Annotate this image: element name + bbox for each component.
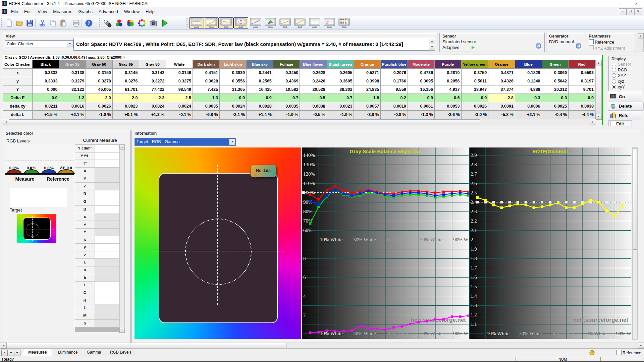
- refs-button[interactable]: Refs: [608, 111, 642, 120]
- toolbar-button-measures-grid[interactable]: [189, 17, 204, 28]
- measure-scrollbar[interactable]: [119, 144, 125, 333]
- tab-scroll-left-icon[interactable]: ◄: [8, 350, 14, 356]
- information-scrollbar[interactable]: [632, 147, 638, 340]
- edit-toggle[interactable]: Edit: [608, 120, 632, 126]
- column-header-moderate[interactable]: Moderate: [408, 60, 434, 69]
- column-header-blue-flower[interactable]: Blue flower: [300, 60, 327, 69]
- toolbar-button-gray-scale-measure[interactable]: [102, 17, 113, 28]
- table-scroll-right-icon[interactable]: ►: [590, 119, 596, 125]
- toolbar-button-save[interactable]: [24, 17, 35, 28]
- radio-icon-xyy[interactable]: [612, 85, 616, 89]
- table-hscroll-thumb[interactable]: [9, 119, 480, 125]
- table-vscroll-thumb[interactable]: [596, 66, 601, 114]
- column-header-dark-skin[interactable]: Dark skin: [193, 60, 219, 69]
- toolbar-button-primaries-measure[interactable]: [113, 17, 124, 28]
- column-header-bluish-green[interactable]: Bluish green: [327, 60, 354, 69]
- mdi-restore-icon[interactable]: ❐: [627, 8, 634, 15]
- reference-toggle[interactable]: Reference: [616, 350, 641, 355]
- chevron-down-icon[interactable]: ▼: [67, 41, 73, 47]
- toolbar-button-run-measures[interactable]: [159, 17, 170, 28]
- radio-rgb[interactable]: RGB: [609, 67, 641, 73]
- mdi-close-icon[interactable]: ×: [634, 8, 642, 15]
- toolbar-button-gamma-graph[interactable]: [219, 17, 233, 28]
- sensor-config-icon[interactable]: [535, 43, 542, 50]
- table-scroll-up-icon[interactable]: ▲: [595, 60, 602, 66]
- tab-close-icon[interactable]: ×: [1, 350, 8, 356]
- menu-item-file[interactable]: File: [8, 7, 21, 15]
- toolbar-button-open[interactable]: [14, 17, 25, 28]
- chevron-down-icon[interactable]: ▼: [229, 139, 235, 145]
- column-header-green[interactable]: Green: [542, 60, 569, 69]
- radio-icon-xyz[interactable]: [612, 73, 616, 78]
- delete-button[interactable]: Delete: [608, 102, 644, 111]
- minimize-icon[interactable]: ─: [598, 0, 613, 7]
- radio-icon-xyz[interactable]: [612, 79, 616, 83]
- column-header-light-skin[interactable]: Light skin: [219, 60, 246, 69]
- tab-gamma[interactable]: Gamma: [82, 349, 106, 356]
- toolbar-button-contrast-graph[interactable]: [292, 17, 307, 28]
- edit-checkbox[interactable]: [610, 121, 615, 126]
- toolbar-button-help[interactable]: ?: [83, 17, 94, 28]
- toolbar-button-paste[interactable]: [58, 17, 69, 28]
- spinner-down-icon[interactable]: ▼: [429, 44, 435, 50]
- menu-item-window[interactable]: Window: [121, 7, 143, 15]
- menu-item-measures[interactable]: Measures: [50, 7, 75, 15]
- column-header-yellow-green[interactable]: Yellow green: [461, 60, 488, 69]
- panel-scrollbar[interactable]: [638, 38, 644, 52]
- tab-scroll-right-icon[interactable]: ►: [14, 350, 20, 356]
- column-header-orange[interactable]: Orange: [354, 60, 381, 69]
- toolbar-button-color-temperature-graph[interactable]: [307, 17, 322, 28]
- column-header-purplish-blue[interactable]: Purplish blue: [381, 60, 408, 69]
- column-header-red[interactable]: Red: [569, 60, 595, 69]
- radio-xyy[interactable]: xyY: [609, 84, 641, 90]
- toolbar-button-color-wheel-measure[interactable]: [125, 17, 136, 28]
- generator-config-icon[interactable]: [575, 43, 582, 50]
- toolbar-button-print[interactable]: [70, 17, 82, 28]
- column-header-purple[interactable]: Purple: [434, 60, 461, 69]
- menu-item-help[interactable]: Help: [143, 7, 158, 15]
- column-header-gray-80[interactable]: Gray 80: [139, 60, 166, 69]
- toolbar-button-rgb-levels-graph[interactable]: [233, 17, 248, 28]
- toolbar-button-new[interactable]: [3, 17, 14, 28]
- tab-luminance[interactable]: Luminance: [52, 349, 84, 356]
- workspace-hscroll-thumb[interactable]: [7, 343, 286, 348]
- column-header-foliage[interactable]: Foliage: [273, 60, 300, 69]
- radio-xyz[interactable]: xyz: [609, 79, 641, 84]
- reference-tab-checkbox[interactable]: [616, 350, 622, 355]
- information-scroll-thumb[interactable]: [633, 148, 637, 250]
- column-header-gray-50[interactable]: Gray 50: [86, 60, 113, 69]
- menu-item-view[interactable]: View: [35, 7, 50, 15]
- column-header-orange[interactable]: Orange: [488, 60, 515, 69]
- column-header-black[interactable]: Black: [32, 60, 59, 69]
- workspace-scroll-left-icon[interactable]: ◄: [1, 343, 7, 349]
- maximize-icon[interactable]: □: [613, 0, 629, 7]
- column-header-gray-35[interactable]: Gray 35: [59, 60, 86, 69]
- menu-item-advanced[interactable]: Advanced: [96, 7, 121, 15]
- information-selector[interactable]: Target - RGB - Gamma ▼: [135, 138, 236, 146]
- toolbar-button-cie-diagram[interactable]: [263, 17, 278, 28]
- mdi-minimize-icon[interactable]: ─: [619, 8, 627, 15]
- column-header-blue[interactable]: Blue: [515, 60, 542, 69]
- menu-item-edit[interactable]: Edit: [21, 7, 35, 15]
- toolbar-button-luminance-graph[interactable]: [204, 17, 219, 28]
- tab-measures[interactable]: Measures: [21, 349, 54, 356]
- toolbar-button-luminance-log-graph[interactable]: [278, 17, 292, 28]
- toolbar-button-copy[interactable]: [47, 17, 58, 28]
- column-header-gray-65[interactable]: Gray 65: [112, 60, 139, 69]
- menu-item-graphs[interactable]: Graphs: [75, 7, 96, 15]
- toolbar-button-snapshot[interactable]: [148, 17, 159, 28]
- toolbar-button-cut[interactable]: [37, 17, 48, 28]
- spinner-up-icon[interactable]: ▲: [429, 38, 435, 44]
- toolbar-button-continuous-measure[interactable]: [136, 17, 147, 28]
- view-selector[interactable]: Color Checker ▼: [5, 40, 73, 48]
- table-scroll-left-icon[interactable]: ◄: [3, 119, 9, 125]
- close-icon[interactable]: ×: [629, 0, 644, 7]
- toolbar-button-saturation-shift-graph[interactable]: [322, 17, 337, 28]
- toolbar-button-near-black-graph[interactable]: [248, 17, 263, 28]
- column-header-white[interactable]: White: [166, 60, 193, 69]
- radio-icon-rgb[interactable]: [612, 68, 616, 72]
- tab-rgb-levels[interactable]: RGB Levels: [104, 349, 138, 356]
- workspace-scroll-right-icon[interactable]: ►: [638, 343, 644, 349]
- radio-xyz[interactable]: XYZ: [609, 73, 641, 79]
- toolbar-button-measures-summary[interactable]: [337, 17, 352, 28]
